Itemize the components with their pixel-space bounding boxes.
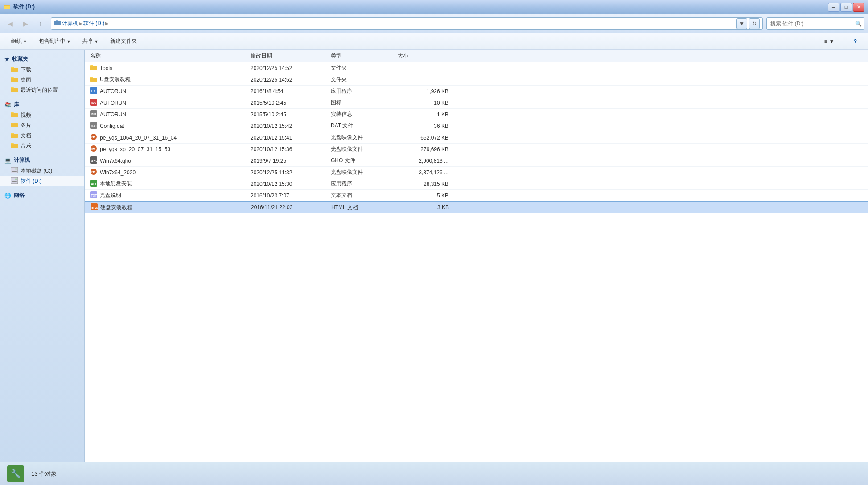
table-row[interactable]: ISOpe_yqs_1064_20_07_31_16_042020/10/12 … xyxy=(85,132,868,144)
sidebar-section-title-computer[interactable]: 💻计算机 xyxy=(0,155,84,166)
file-name-6: DATConfig.dat xyxy=(86,122,247,130)
section-icon-favorites: ★ xyxy=(4,56,9,62)
close-button[interactable]: ✕ xyxy=(853,3,864,12)
sidebar-item-picture[interactable]: 图片 xyxy=(0,120,84,131)
sidebar-item-label-download: 下载 xyxy=(21,66,31,74)
file-type-3: 应用程序 xyxy=(327,87,394,95)
table-row[interactable]: GHOWin7x64.gho2019/9/7 19:25GHO 文件2,900,… xyxy=(85,155,868,167)
col-header-size[interactable]: 大小 xyxy=(394,50,452,62)
file-icon-2 xyxy=(90,76,97,83)
table-row[interactable]: Tools2020/12/25 14:52文件夹 xyxy=(85,62,868,74)
svg-text:ICO: ICO xyxy=(91,101,97,104)
sidebar-section-title-favorites[interactable]: ★收藏夹 xyxy=(0,53,84,65)
svg-point-31 xyxy=(15,178,17,180)
sidebar-section-computer: 💻计算机本地磁盘 (C:)软件 (D:) xyxy=(0,155,84,186)
share-button[interactable]: 共享 ▾ xyxy=(77,35,103,48)
status-text: 13 个对象 xyxy=(31,470,57,478)
file-date-10: 2020/12/25 11:32 xyxy=(247,169,327,176)
svg-text:APP: APP xyxy=(91,182,97,185)
crumb-drive[interactable]: 软件 (D:) xyxy=(83,20,104,27)
file-type-13: HTML 文档 xyxy=(328,204,395,211)
svg-text:HTML: HTML xyxy=(91,206,98,209)
crumb-computer[interactable]: 计算机 xyxy=(62,20,78,27)
search-input[interactable] xyxy=(766,17,864,30)
table-row[interactable]: ISOWin7x64_20202020/12/25 11:32光盘映像文件3,8… xyxy=(85,167,868,178)
address-dropdown-button[interactable]: ▼ xyxy=(736,18,747,29)
svg-rect-29 xyxy=(11,177,18,184)
table-row[interactable]: ICOAUTORUN2015/5/10 2:45图标10 KB xyxy=(85,97,868,109)
help-icon: ? xyxy=(854,38,857,45)
include-library-label: 包含到库中 xyxy=(39,37,66,45)
svg-text:ISO: ISO xyxy=(91,136,95,139)
title-bar: 软件 (D:) ─ □ ✕ xyxy=(0,0,868,14)
sidebar: ★收藏夹下载桌面最近访问的位置📚库视频图片文档音乐💻计算机本地磁盘 (C:)软件… xyxy=(0,50,85,462)
file-name-12: TXT光盘说明 xyxy=(86,191,247,200)
help-button[interactable]: ? xyxy=(848,35,863,48)
file-name-7: ISOpe_yqs_1064_20_07_31_16_04 xyxy=(86,133,247,142)
sidebar-item-desktop[interactable]: 桌面 xyxy=(0,75,84,85)
sidebar-item-download[interactable]: 下载 xyxy=(0,65,84,75)
file-type-12: 文本文档 xyxy=(327,192,394,199)
file-name-13: HTML硬盘安装教程 xyxy=(87,203,247,212)
sidebar-item-label-picture: 图片 xyxy=(21,122,31,129)
svg-text:ISO: ISO xyxy=(91,148,95,150)
refresh-button[interactable]: ↻ xyxy=(749,18,760,29)
svg-rect-7 xyxy=(11,68,18,72)
sidebar-item-recent[interactable]: 最近访问的位置 xyxy=(0,85,84,95)
maximize-button[interactable]: □ xyxy=(840,3,852,12)
sidebar-item-icon-doc xyxy=(11,132,18,140)
sidebar-section-title-library[interactable]: 📚库 xyxy=(0,99,84,110)
section-label-network: 网络 xyxy=(14,192,25,199)
sidebar-item-icon-download xyxy=(11,66,18,74)
sidebar-item-drive-c[interactable]: 本地磁盘 (C:) xyxy=(0,166,84,176)
organize-button[interactable]: 组织 ▾ xyxy=(5,35,32,48)
sidebar-item-label-recent: 最近访问的位置 xyxy=(21,86,58,94)
table-row[interactable]: ISOpe_yqs_xp_20_07_31_15_532020/10/12 15… xyxy=(85,144,868,155)
file-name-8: ISOpe_yqs_xp_20_07_31_15_53 xyxy=(86,145,247,153)
table-row[interactable]: DATConfig.dat2020/10/12 15:42DAT 文件36 KB xyxy=(85,120,868,132)
file-date-11: 2020/10/12 15:30 xyxy=(247,181,327,187)
new-folder-button[interactable]: 新建文件夹 xyxy=(104,35,143,48)
table-row[interactable]: APP本地硬盘安装2020/10/12 15:30应用程序28,315 KB xyxy=(85,178,868,190)
col-header-name[interactable]: 名称 xyxy=(86,50,247,62)
sidebar-item-video[interactable]: 视频 xyxy=(0,110,84,120)
organize-dropdown-icon: ▾ xyxy=(24,38,26,45)
minimize-button[interactable]: ─ xyxy=(828,3,839,12)
file-area: 名称 修改日期 类型 大小 Tools2020/12/25 14:52文件夹U盘… xyxy=(85,50,868,462)
back-button[interactable]: ◀ xyxy=(4,17,17,30)
up-button[interactable]: ↑ xyxy=(34,17,47,30)
search-button[interactable]: 🔍 xyxy=(854,19,863,28)
svg-text:DAT: DAT xyxy=(91,124,97,127)
file-icon-5: INF xyxy=(90,110,97,119)
table-row[interactable]: HTML硬盘安装教程2016/11/21 22:03HTML 文档3 KB xyxy=(85,201,868,213)
nav-bar: ◀ ▶ ↑ 计算机 ▶ 软件 (D:) ▶ ▼ ↻ 🔍 xyxy=(0,14,868,33)
file-date-4: 2015/5/10 2:45 xyxy=(247,100,327,106)
col-header-type[interactable]: 类型 xyxy=(327,50,394,62)
sidebar-section-network: 🌐网络 xyxy=(0,190,84,201)
col-header-date[interactable]: 修改日期 xyxy=(247,50,327,62)
forward-button[interactable]: ▶ xyxy=(19,17,32,30)
sidebar-item-doc[interactable]: 文档 xyxy=(0,131,84,141)
sidebar-item-music[interactable]: 音乐 xyxy=(0,141,84,151)
table-row[interactable]: EXAUTORUN2016/1/8 4:54应用程序1,926 KB xyxy=(85,86,868,97)
section-label-computer: 计算机 xyxy=(14,156,30,164)
table-row[interactable]: TXT光盘说明2016/10/23 7:07文本文档5 KB xyxy=(85,190,868,201)
file-date-9: 2019/9/7 19:25 xyxy=(247,158,327,164)
file-name-text-6: Config.dat xyxy=(100,123,124,129)
file-name-3: EXAUTORUN xyxy=(86,87,247,95)
view-button[interactable]: ≡ ▼ xyxy=(819,35,840,48)
include-library-button[interactable]: 包含到库中 ▾ xyxy=(33,35,76,48)
svg-rect-3 xyxy=(54,21,61,25)
svg-rect-16 xyxy=(11,113,18,117)
sidebar-item-icon-drive-d xyxy=(11,177,18,185)
section-label-library: 库 xyxy=(14,101,19,108)
sidebar-item-drive-d[interactable]: 软件 (D:) xyxy=(0,176,84,186)
table-row[interactable]: U盘安装教程2020/12/25 14:52文件夹 xyxy=(85,74,868,86)
file-date-2: 2020/12/25 14:52 xyxy=(247,77,327,83)
file-name-1: Tools xyxy=(86,64,247,72)
svg-text:TXT: TXT xyxy=(91,194,97,197)
file-size-4: 10 KB xyxy=(394,100,452,106)
table-row[interactable]: INFAUTORUN2015/5/10 2:45安装信息1 KB xyxy=(85,109,868,120)
sidebar-section-title-network[interactable]: 🌐网络 xyxy=(0,190,84,201)
share-dropdown-icon: ▾ xyxy=(95,38,98,45)
